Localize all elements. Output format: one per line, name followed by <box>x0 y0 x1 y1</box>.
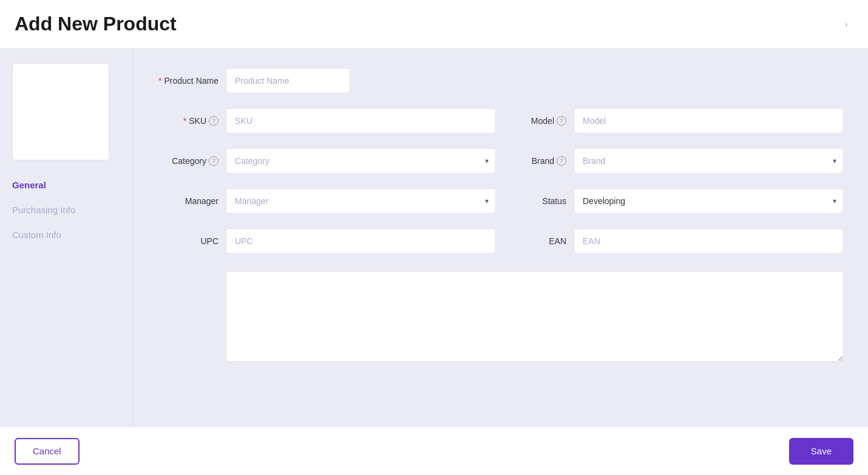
status-label: Status <box>506 196 566 206</box>
description-row <box>158 271 844 362</box>
category-field: Category ? Category ▾ <box>158 148 496 174</box>
sku-input[interactable] <box>226 108 496 134</box>
product-name-field: * Product Name <box>158 68 844 94</box>
image-upload[interactable] <box>12 63 109 160</box>
manager-label: Manager <box>158 196 219 206</box>
category-select[interactable]: Category <box>226 148 496 174</box>
model-field: Model ? <box>506 108 844 134</box>
save-button[interactable]: Save <box>789 438 853 465</box>
sku-model-row: * SKU ? Model ? <box>158 108 844 134</box>
status-select[interactable]: Developing Active Inactive Discontinued <box>574 188 844 214</box>
category-help-icon[interactable]: ? <box>209 156 219 166</box>
sku-field: * SKU ? <box>158 108 496 134</box>
product-name-input[interactable] <box>226 68 350 94</box>
page-header: Add New Product › <box>0 0 868 49</box>
required-star-sku: * <box>183 116 186 126</box>
manager-field: Manager Manager ▾ <box>158 188 496 214</box>
status-select-wrapper: Developing Active Inactive Discontinued … <box>574 188 844 214</box>
category-brand-row: Category ? Category ▾ Brand <box>158 148 844 174</box>
sidebar: General Purchasing Info Custom Info <box>0 49 134 426</box>
collapse-icon[interactable]: › <box>839 17 853 32</box>
manager-select-wrapper: Manager ▾ <box>226 188 496 214</box>
brand-field: Brand ? Brand ▾ <box>506 148 844 174</box>
sidebar-item-custom-info[interactable]: Custom Info <box>12 230 121 240</box>
upc-label: UPC <box>158 236 219 246</box>
product-name-label: * Product Name <box>158 76 219 86</box>
sidebar-nav: General Purchasing Info Custom Info <box>12 180 121 240</box>
brand-label: Brand ? <box>506 156 566 166</box>
ean-label: EAN <box>506 236 566 246</box>
form-area: General Purchasing Info Custom Info * Pr… <box>0 49 868 426</box>
model-help-icon[interactable]: ? <box>557 116 566 126</box>
category-select-wrapper: Category ▾ <box>226 148 496 174</box>
brand-select-wrapper: Brand ▾ <box>574 148 844 174</box>
description-textarea[interactable] <box>226 271 844 362</box>
status-field: Status Developing Active Inactive Discon… <box>506 188 844 214</box>
product-name-input-wrap <box>226 68 844 94</box>
model-input[interactable] <box>574 108 844 134</box>
brand-select[interactable]: Brand <box>574 148 844 174</box>
upc-ean-row: UPC EAN <box>158 228 844 254</box>
required-star-product-name: * <box>158 76 161 86</box>
ean-input[interactable] <box>574 228 844 254</box>
page-title: Add New Product <box>15 13 177 35</box>
sidebar-item-general[interactable]: General <box>12 180 121 190</box>
cancel-button[interactable]: Cancel <box>15 438 80 465</box>
manager-select[interactable]: Manager <box>226 188 496 214</box>
page-footer: Cancel Save <box>0 426 868 475</box>
upc-field: UPC <box>158 228 496 254</box>
form-grid: * Product Name * SKU ? <box>158 68 844 362</box>
sidebar-item-purchasing-info[interactable]: Purchasing Info <box>12 205 121 215</box>
manager-status-row: Manager Manager ▾ Status <box>158 188 844 214</box>
category-label: Category ? <box>158 156 219 166</box>
ean-field: EAN <box>506 228 844 254</box>
brand-help-icon[interactable]: ? <box>557 156 566 166</box>
sku-help-icon[interactable]: ? <box>209 116 219 126</box>
model-label: Model ? <box>506 116 566 126</box>
sku-label: * SKU ? <box>158 116 219 126</box>
upc-input[interactable] <box>226 228 496 254</box>
form-content: * Product Name * SKU ? <box>134 49 868 426</box>
main-content: General Purchasing Info Custom Info * Pr… <box>0 49 868 426</box>
